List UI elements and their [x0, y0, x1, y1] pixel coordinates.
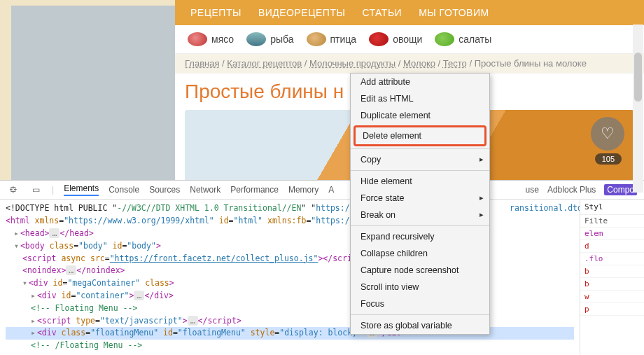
cat-veg[interactable]: овощи [369, 32, 422, 46]
salad-icon [435, 32, 454, 46]
device-icon[interactable]: ▭ [29, 183, 42, 196]
devtools-tabs: ⯐ ▭ | Elements Console Sources Network P… [0, 181, 644, 200]
bc-link[interactable]: Главная [185, 58, 219, 69]
context-menu-item[interactable]: Break on [351, 207, 489, 223]
context-menu-item[interactable]: Store as global variable [351, 317, 489, 334]
devtab-compo[interactable]: Compo [604, 184, 637, 195]
veg-icon [369, 32, 388, 46]
devtab-elements[interactable]: Elements [64, 183, 99, 196]
heart-icon: ♡ [601, 125, 615, 143]
bc-link[interactable]: Молочные продукты [309, 58, 396, 69]
styles-pane[interactable]: Styl Filte elem d .flo b b w p [580, 200, 644, 355]
devtab-memory[interactable]: Memory [288, 185, 318, 195]
devtab-sources[interactable]: Sources [149, 185, 180, 195]
devtab-right[interactable]: use [526, 185, 539, 195]
context-menu-item[interactable]: Duplicate element [351, 107, 489, 124]
devtab-adblock[interactable]: Adblock Plus [547, 185, 596, 195]
devtab-cut[interactable]: A [328, 185, 334, 195]
scrollbar[interactable] [633, 25, 643, 193]
fish-icon [246, 32, 266, 46]
context-menu-item[interactable]: Collapse children [351, 245, 489, 262]
devtab-console[interactable]: Console [108, 185, 139, 195]
cat-salad[interactable]: салаты [435, 32, 491, 46]
context-menu-item[interactable]: Copy [351, 151, 489, 168]
inspect-highlight [11, 6, 175, 180]
cat-meat[interactable]: мясо [188, 32, 234, 46]
category-row: мясо рыба птица овощи салаты [175, 25, 644, 54]
bird-icon [307, 32, 326, 46]
bc-current: Простые блины на молоке [475, 58, 587, 69]
bc-link[interactable]: Каталог рецептов [227, 58, 302, 69]
tab-video[interactable]: ВИДЕОРЕЦЕПТЫ [258, 7, 346, 18]
favorite-count: 105 [595, 153, 622, 165]
sidebar: Горячие блюда Спагетти Каши Котлеты Варе… [0, 0, 175, 180]
tab-recipes[interactable]: РЕЦЕПТЫ [190, 7, 241, 18]
scrollbar-thumb[interactable] [634, 53, 642, 102]
styles-filter[interactable]: Filte [580, 215, 644, 228]
styles-tab[interactable]: Styl [580, 200, 644, 215]
context-menu[interactable]: Add attributeEdit as HTMLDuplicate eleme… [350, 73, 490, 335]
tab-articles[interactable]: СТАТЬИ [362, 7, 402, 18]
bc-link[interactable]: Молоко [403, 58, 435, 69]
cat-fish[interactable]: рыба [246, 32, 293, 46]
breadcrumb: Главная / Каталог рецептов / Молочные пр… [175, 54, 644, 74]
cat-bird[interactable]: птица [307, 32, 357, 46]
context-menu-item[interactable]: Edit as HTML [351, 90, 489, 107]
devtab-performance[interactable]: Performance [230, 185, 279, 195]
nav-tabs: РЕЦЕПТЫ ВИДЕОРЕЦЕПТЫ СТАТЬИ МЫ ГОТОВИМ [175, 0, 644, 25]
context-menu-item[interactable]: Add attribute [351, 74, 489, 90]
context-menu-item[interactable]: Focus [351, 295, 489, 312]
inspect-icon[interactable]: ⯐ [7, 183, 20, 196]
tab-cooking[interactable]: МЫ ГОТОВИМ [419, 7, 489, 18]
context-menu-item[interactable]: Scroll into view [351, 279, 489, 295]
meat-icon [188, 32, 207, 46]
devtools-panel: ⯐ ▭ | Elements Console Sources Network P… [0, 180, 644, 355]
context-menu-item[interactable]: Hide element [351, 173, 489, 190]
dom-tree[interactable]: <!DOCTYPE html PUBLIC "-//W3C//DTD XHTML… [0, 200, 580, 355]
context-menu-delete-element[interactable]: Delete element [356, 127, 484, 144]
context-menu-item[interactable]: Capture node screenshot [351, 262, 489, 279]
context-menu-item[interactable]: Expand recursively [351, 228, 489, 245]
bc-link[interactable]: Тесто [443, 58, 467, 69]
devtab-network[interactable]: Network [190, 185, 220, 195]
favorite-button[interactable]: ♡ [591, 117, 624, 151]
context-menu-item[interactable]: Force state [351, 190, 489, 207]
